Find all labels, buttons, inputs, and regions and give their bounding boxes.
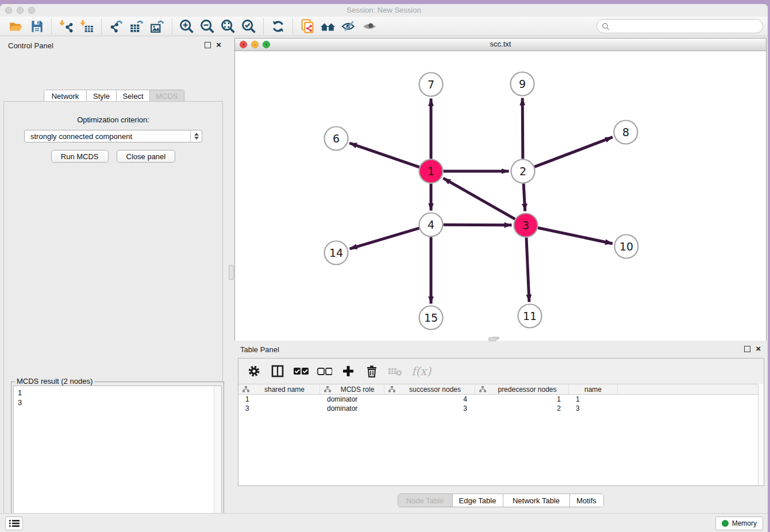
graph-node-label: 11 [523, 310, 537, 322]
graph-node-15[interactable]: 15 [419, 306, 443, 330]
graph-node-8[interactable]: 8 [614, 121, 638, 144]
column-header-successor-nodes[interactable]: successor nodes [384, 384, 475, 394]
graph-node-3[interactable]: 3 [514, 214, 538, 237]
open-file-button[interactable] [6, 18, 26, 35]
delete-table-button[interactable] [388, 363, 403, 380]
criterion-select[interactable]: strongly connected component [24, 130, 202, 142]
table-panel-title: Table Panel [240, 345, 279, 354]
graph-edge-3-11[interactable] [526, 237, 529, 302]
network-window-titlebar[interactable]: × − + scc.txt [235, 38, 766, 51]
graph-edge-3-1[interactable] [443, 178, 515, 219]
network-close-icon[interactable]: × [240, 41, 247, 48]
function-builder-button[interactable]: f(x) [411, 363, 431, 380]
column-header-shared-name[interactable]: shared name [238, 384, 320, 394]
hide-graphics-button[interactable] [338, 18, 359, 35]
graph-node-6[interactable]: 6 [325, 127, 348, 151]
tab-network[interactable]: Network [44, 90, 87, 102]
export-image-icon [149, 19, 165, 34]
create-column-button[interactable] [341, 363, 356, 380]
new-network-icon [108, 19, 124, 34]
import-network-button[interactable] [56, 18, 76, 35]
table-toolbar: f(x) [238, 358, 764, 384]
column-header-label: predecessor nodes [486, 385, 568, 394]
graph-edge-4-14[interactable] [349, 228, 419, 249]
import-table-button[interactable] [76, 18, 97, 35]
tab-select[interactable]: Select [117, 90, 150, 102]
float-panel-icon[interactable] [744, 346, 750, 352]
network-minimize-icon[interactable]: − [251, 41, 259, 48]
tree-icon [388, 386, 395, 392]
run-mcds-button[interactable]: Run MCDS [51, 150, 109, 163]
mcds-result-textarea[interactable]: 1 3 [13, 385, 222, 532]
export-table-button[interactable] [126, 18, 147, 35]
graph-node-2[interactable]: 2 [511, 160, 535, 183]
column-header-predecessor-nodes[interactable]: predecessor nodes [475, 384, 569, 394]
graph-node-11[interactable]: 11 [518, 304, 542, 328]
tab-style[interactable]: Style [87, 90, 117, 102]
close-panel-icon[interactable]: × [756, 345, 761, 353]
tab-motifs[interactable]: Motifs [570, 494, 603, 507]
close-panel-icon[interactable]: × [216, 41, 221, 49]
column-header-MCDS-role[interactable]: MCDS role [320, 384, 384, 394]
graph-node-1[interactable]: 1 [419, 160, 443, 183]
minimize-window-icon[interactable] [17, 7, 24, 14]
save-session-button[interactable] [26, 18, 47, 35]
export-image-button[interactable] [147, 18, 168, 35]
table-row[interactable]: 3dominator323 [238, 404, 764, 413]
show-all-networks-button[interactable] [318, 18, 338, 35]
unchecked-boxes-icon [317, 367, 332, 375]
vertical-split-handle[interactable] [229, 265, 234, 280]
graph-edge-1-6[interactable] [349, 143, 419, 167]
table-settings-button[interactable] [247, 363, 261, 380]
table-scrollbar[interactable] [758, 384, 764, 485]
network-maximize-icon[interactable]: + [263, 41, 270, 48]
tab-edge-table[interactable]: Edge Table [453, 494, 503, 507]
zoom-selected-button[interactable] [238, 18, 259, 35]
mcds-result-legend: MCDS result (2 nodes) [15, 377, 94, 385]
zoom-in-icon [178, 18, 195, 34]
table-cell: 4 [384, 395, 475, 404]
new-network-button[interactable] [106, 18, 126, 35]
delete-column-button[interactable] [364, 363, 379, 380]
graph-node-label: 6 [333, 132, 340, 145]
graph-node-7[interactable]: 7 [419, 73, 443, 97]
select-all-columns-button[interactable] [294, 363, 309, 380]
zoom-in-button[interactable] [176, 18, 197, 35]
horizontal-split-handle[interactable] [488, 337, 496, 341]
graph-node-4[interactable]: 4 [419, 213, 443, 237]
zoom-fit-button[interactable] [218, 18, 238, 35]
graph-edge-3-10[interactable] [538, 228, 613, 243]
unselect-all-columns-button[interactable] [317, 363, 332, 380]
graph-node-9[interactable]: 9 [511, 72, 534, 96]
tab-mcds[interactable]: MCDS [150, 90, 184, 102]
tab-network-table[interactable]: Network Table [503, 494, 570, 507]
graph-node-10[interactable]: 10 [615, 235, 638, 259]
memory-button[interactable]: Memory [715, 516, 763, 530]
graph-edge-4-3[interactable] [443, 225, 511, 225]
close-window-icon[interactable] [5, 7, 12, 14]
column-header-name[interactable]: name [569, 384, 618, 394]
graph-edge-2-9[interactable] [522, 98, 523, 159]
show-graphics-button[interactable] [359, 18, 380, 35]
graph-node-14[interactable]: 14 [325, 241, 348, 265]
zoom-out-button[interactable] [197, 18, 218, 35]
show-column-browser-button[interactable] [270, 363, 285, 380]
float-panel-icon[interactable] [205, 42, 211, 48]
tab-node-table[interactable]: Node Table [398, 494, 453, 507]
search-box[interactable] [596, 19, 763, 33]
toolbar-separator [101, 18, 102, 34]
task-history-button[interactable] [5, 516, 23, 530]
zoom-window-icon[interactable] [28, 7, 35, 14]
graph-edge-2-3[interactable] [523, 183, 525, 211]
fx-icon: f(x) [411, 364, 431, 378]
graph-edge-2-8[interactable] [534, 137, 613, 167]
network-canvas[interactable]: 7968124314101511 [235, 51, 766, 341]
copy-network-button[interactable] [297, 18, 318, 35]
close-panel-button[interactable]: Close panel [117, 150, 176, 163]
search-input[interactable] [610, 22, 758, 31]
mcds-result-scrollbar[interactable] [214, 386, 221, 532]
refresh-button[interactable] [268, 18, 288, 35]
table-row[interactable]: 1dominator411 [238, 395, 764, 404]
node-table-container: f(x) shared nameMCDS rolesuccessor nodes… [238, 358, 764, 486]
tree-icon [324, 386, 331, 392]
